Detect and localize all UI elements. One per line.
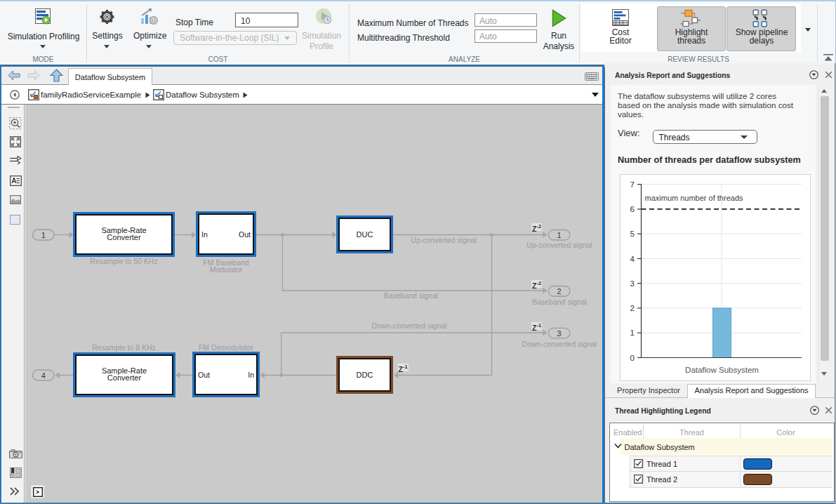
svg-text:1: 1	[630, 329, 634, 337]
svg-text:3: 3	[630, 279, 634, 288]
svg-text:2: 2	[557, 287, 562, 296]
svg-text:Dataflow Subsystem: Dataflow Subsystem	[685, 366, 759, 374]
svg-text:1: 1	[557, 231, 562, 239]
svg-text:3: 3	[557, 329, 562, 338]
svg-text:A: A	[11, 177, 16, 185]
svg-text:0: 0	[630, 354, 634, 362]
svg-text:maximum number of threads: maximum number of threads	[644, 194, 743, 202]
svg-text:2: 2	[630, 304, 634, 312]
svg-text:1: 1	[41, 231, 46, 239]
svg-text:4: 4	[41, 371, 46, 380]
svg-text:5: 5	[630, 230, 634, 238]
svg-text:7: 7	[630, 180, 634, 189]
svg-text:6: 6	[630, 205, 634, 213]
svg-text:4: 4	[630, 255, 635, 263]
